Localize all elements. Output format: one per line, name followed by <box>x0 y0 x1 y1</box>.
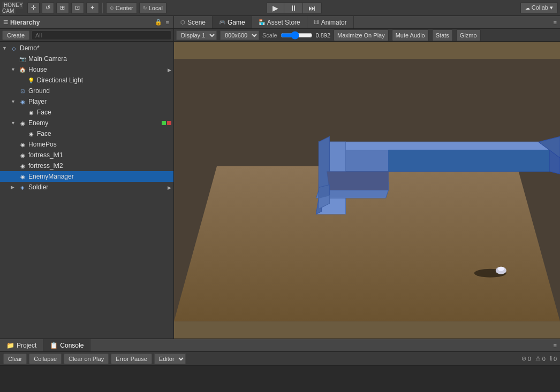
error-count: 0 <box>528 356 531 362</box>
tree-item-directional-light[interactable]: 💡 Directional Light <box>0 75 173 86</box>
asset-store-tab-label: Asset Store <box>267 19 300 26</box>
project-tab-label: Project <box>17 342 36 349</box>
console-tab-icon: 📋 <box>50 342 58 349</box>
console-status: ⊘ 0 ⚠ 0 ℹ 0 <box>521 355 557 362</box>
rect-tool-btn[interactable]: ⊡ <box>71 2 84 14</box>
homepos-icon: ◉ <box>18 140 27 149</box>
editor-select[interactable]: Editor <box>154 353 186 364</box>
collab-btn[interactable]: ☁ Collab ▾ <box>520 2 558 14</box>
ground-label: Ground <box>28 87 50 95</box>
main-toolbar: HONEYCAM ✛ ↺ ⊞ ⊡ ✦ ⊙ Center ↻ Local ▶ ⏸ … <box>0 0 560 16</box>
scale-slider[interactable] <box>281 31 313 40</box>
animator-tab-icon: 🎞 <box>314 19 319 25</box>
info-badge: ℹ 0 <box>550 355 557 362</box>
tab-project[interactable]: 📁 Project <box>0 339 43 351</box>
hierarchy-menu-btn[interactable]: ≡ <box>165 19 170 26</box>
console-content <box>0 366 560 392</box>
game-tab-label: Game <box>228 19 245 26</box>
enemy-icon: ◉ <box>18 119 27 127</box>
tab-asset-store[interactable]: 🏪 Asset Store <box>252 16 307 28</box>
enemy-arrow <box>11 120 18 126</box>
maximize-on-play-btn[interactable]: Maximize On Play <box>334 29 389 41</box>
house-right <box>168 66 171 73</box>
resolution-select[interactable]: 800x600 <box>220 30 259 40</box>
bottom-options-btn[interactable]: ≡ <box>550 339 560 351</box>
tree-item-soldier[interactable]: ◈ Soldier ▶ <box>0 182 173 193</box>
face-enemy-icon: ◉ <box>27 129 35 138</box>
main-layout: ☰ Hierarchy 🔒 ≡ Create ◇ Demo* 📷 Main Ca… <box>0 16 560 339</box>
hierarchy-list: ◇ Demo* 📷 Main Camera 🏠 House <box>0 42 173 339</box>
tab-console[interactable]: 📋 Console <box>43 339 90 351</box>
hierarchy-actions: 🔒 ≡ <box>154 19 170 26</box>
tree-item-main-camera[interactable]: 📷 Main Camera <box>0 53 173 64</box>
hierarchy-icon: ☰ <box>3 19 8 25</box>
scale-label: Scale <box>262 32 277 39</box>
tree-item-face-player[interactable]: ◉ Face <box>0 107 173 118</box>
view-area: ⬡ Scene 🎮 Game 🏪 Asset Store 🎞 Animator … <box>174 16 560 339</box>
bottom-tabs: 📁 Project 📋 Console ≡ <box>0 339 560 352</box>
svg-marker-2 <box>319 142 549 150</box>
stats-btn[interactable]: Stats <box>432 29 453 41</box>
pivot-center-btn[interactable]: ⊙ Center <box>106 2 137 14</box>
project-tab-icon: 📁 <box>6 342 14 349</box>
ground-icon: ⊡ <box>18 87 27 95</box>
separator-1 <box>102 3 103 13</box>
tab-scene[interactable]: ⬡ Scene <box>174 16 213 28</box>
fortress2-icon: ◉ <box>18 162 27 170</box>
step-btn[interactable]: ⏭ <box>302 2 322 14</box>
pivot-local-btn[interactable]: ↻ Local <box>139 2 167 14</box>
warning-count: 0 <box>542 356 546 362</box>
tree-item-fortress1[interactable]: ◉ fortress_lvl1 <box>0 150 173 160</box>
badge-green <box>162 121 166 125</box>
create-btn[interactable]: Create <box>2 30 29 40</box>
homepos-label: HomePos <box>28 141 57 148</box>
rotate-tool-btn[interactable]: ↺ <box>42 2 54 14</box>
bottom-area: 📁 Project 📋 Console ≡ Clear Collapse Cle… <box>0 339 560 392</box>
face-player-label: Face <box>37 109 51 116</box>
tab-animator[interactable]: 🎞 Animator <box>307 16 354 28</box>
tree-item-homepos[interactable]: ◉ HomePos <box>0 139 173 150</box>
demo-label: Demo* <box>20 44 40 52</box>
view-options-btn[interactable]: ≡ <box>550 16 560 28</box>
animator-tab-label: Animator <box>321 19 347 26</box>
error-icon: ⊘ <box>521 355 526 362</box>
scale-tool-btn[interactable]: ⊞ <box>56 2 69 14</box>
app-logo: HONEYCAM <box>2 2 23 14</box>
display-select[interactable]: Display 1 <box>176 30 217 40</box>
tree-item-enemy[interactable]: ◉ Enemy <box>0 118 173 128</box>
tab-game[interactable]: 🎮 Game <box>213 16 252 28</box>
move-tool-btn[interactable]: ✛ <box>27 2 40 14</box>
pause-btn[interactable]: ⏸ <box>284 2 302 14</box>
tree-item-house[interactable]: 🏠 House <box>0 64 173 75</box>
tree-item-face-enemy[interactable]: ◉ Face <box>0 128 173 139</box>
main-camera-label: Main Camera <box>28 55 67 63</box>
player-arrow <box>11 99 18 104</box>
tree-item-enemymanager[interactable]: ◉ EnemyManager <box>0 171 173 182</box>
tree-item-fortress2[interactable]: ◉ fortress_lvl2 <box>0 160 173 171</box>
hierarchy-search[interactable] <box>32 30 171 40</box>
play-btn[interactable]: ▶ <box>267 2 284 14</box>
collapse-btn[interactable]: Collapse <box>29 353 62 364</box>
fortress2-label: fortress_lvl2 <box>28 162 63 170</box>
hierarchy-lock-btn[interactable]: 🔒 <box>154 19 163 26</box>
error-badge: ⊘ 0 <box>521 355 531 362</box>
gizmo-btn[interactable]: Gizmo <box>456 29 481 41</box>
console-tab-label: Console <box>60 342 84 349</box>
light-icon: 💡 <box>27 76 35 84</box>
game-tab-icon: 🎮 <box>219 19 225 25</box>
hierarchy-panel: ☰ Hierarchy 🔒 ≡ Create ◇ Demo* 📷 Main Ca… <box>0 16 174 339</box>
clear-btn[interactable]: Clear <box>3 353 27 364</box>
game-toolbar: Display 1 800x600 Scale 0.892 Maximize O… <box>174 29 560 42</box>
transform-tool-btn[interactable]: ✦ <box>86 2 99 14</box>
tree-item-ground[interactable]: ⊡ Ground <box>0 86 173 96</box>
clear-on-play-btn[interactable]: Clear on Play <box>64 353 109 364</box>
demo-arrow <box>2 45 10 51</box>
info-icon: ℹ <box>550 355 552 362</box>
hierarchy-header: ☰ Hierarchy 🔒 ≡ <box>0 16 173 29</box>
tree-item-player[interactable]: ◉ Player <box>0 96 173 107</box>
error-pause-btn[interactable]: Error Pause <box>111 353 152 364</box>
light-highlight <box>498 267 504 271</box>
mute-audio-btn[interactable]: Mute Audio <box>392 29 429 41</box>
tree-item-demo[interactable]: ◇ Demo* <box>0 43 173 53</box>
house-label: House <box>28 66 47 73</box>
